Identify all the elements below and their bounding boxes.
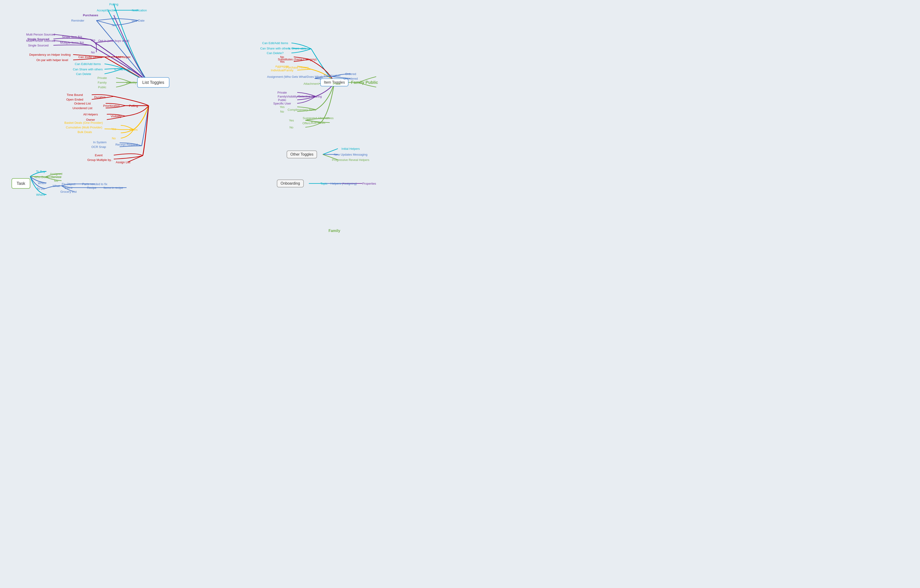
can-edit-items-label: Can Edit/Add Items xyxy=(75,62,101,66)
properties-label: Properties xyxy=(362,182,376,185)
visibility-label: Visibility xyxy=(126,81,137,84)
purchases-label: Purchases xyxy=(83,13,98,17)
dependency-label: Dependency on Helper Inviting xyxy=(29,53,71,57)
topic-label: Topic xyxy=(321,182,327,185)
no-optin-label: No xyxy=(91,51,95,54)
ocr-snap-label: OCR Snap xyxy=(91,145,106,149)
task-hub: Task xyxy=(11,178,30,189)
in-system-label: In System xyxy=(93,141,107,144)
assign-list-label: Assign List xyxy=(116,160,131,164)
due-date-label: Due Date xyxy=(132,19,145,22)
single-sourced-label2: Single Sourced xyxy=(28,44,49,47)
it-no-offers-label: No xyxy=(290,126,293,129)
on-par-label: On par with helper level xyxy=(36,58,68,62)
unordered-list-label: Unordered List xyxy=(73,106,92,110)
basket-deals-label: Basket Deals (One Provider) xyxy=(64,121,103,125)
cumulative-label: Cumulative (Multi Provider) xyxy=(66,126,102,129)
offers-label: Offers xyxy=(130,128,138,131)
ordered-list-label: Ordered List xyxy=(74,102,91,105)
no-offers-label: No xyxy=(112,136,116,140)
duration-label: Duration xyxy=(94,96,105,99)
yes-offers-label: Yes xyxy=(111,127,116,131)
it-prioritization-label: Prioritization xyxy=(324,74,340,77)
it-assignment-label: Assignment (Who Gets What/Does What) xyxy=(267,75,323,78)
polling-bottom-label: Polling xyxy=(129,104,138,107)
can-invite-label: Can Invite Others xyxy=(78,55,102,59)
it-ordered-label: Ordered xyxy=(345,72,356,76)
it-purchase-history-label: Purchase History xyxy=(286,66,309,69)
public-vis-label: Public xyxy=(98,86,106,89)
it-can-edit-label: Can Edit/Add Items xyxy=(262,41,288,45)
it-specific-user-label: Specific User xyxy=(273,102,291,105)
add-helper-label: Add Helper xyxy=(115,55,131,59)
notification-label: Notification xyxy=(132,8,147,12)
can-delete-label: Can Delete xyxy=(76,72,91,76)
bulk-deals-label: Bulk Deals xyxy=(78,130,92,134)
it-private-label: Private xyxy=(277,91,287,94)
it-no-comp-label: No xyxy=(280,110,284,113)
receipt-request-label: Receipt Request xyxy=(115,143,138,146)
helpers-assigning-label: Helpers (Assigning) xyxy=(330,182,357,185)
it-public-label: Public xyxy=(278,98,286,102)
it-family-label: Family xyxy=(278,95,287,98)
other-toggles-hub: Other Toggles xyxy=(287,151,317,159)
it-suggested-label: Suggested Alternatives xyxy=(303,117,334,120)
onboarding-hub: Onboarding xyxy=(277,180,304,188)
grocery-list-label: Grocery List xyxy=(60,190,77,193)
it-can-delete-label: Can Delete? xyxy=(267,51,283,55)
visibility-polling-label: Visibility xyxy=(111,115,121,118)
yes-optin-label: Yes xyxy=(90,38,95,42)
family-left-label: Family xyxy=(329,229,340,233)
me-label: Me xyxy=(54,179,58,183)
what-label: What xyxy=(53,184,60,188)
list-toggles-hub: List Toggles xyxy=(137,77,170,88)
polling-label: Polling xyxy=(109,3,118,6)
it-vis-sharing-label: Visibility/Selective Sharing xyxy=(287,95,322,98)
it-can-share-label: Can Share with others xyxy=(260,47,290,50)
when-label: When xyxy=(38,181,46,185)
items-in-recipe-label: Items in recipe xyxy=(104,186,123,190)
assigned-label: Assigned xyxy=(50,172,62,176)
service-label: Service xyxy=(51,175,61,179)
it-bulk-label: Bulk Deals xyxy=(311,121,325,125)
multi-person-label2: Multi Person Sourced xyxy=(26,39,55,42)
is-shareable-label: Is Share-able xyxy=(114,68,132,71)
initial-helpers-label: Initial Helpers xyxy=(342,147,360,151)
reminder-label: Reminder xyxy=(71,19,84,22)
it-is-shareable-label: Is Share-able xyxy=(288,47,306,50)
to-do-label: To Do xyxy=(37,187,45,190)
group-multiple-label: Group Multiple by.. xyxy=(87,158,112,162)
family-vis-label: Family xyxy=(98,81,107,84)
progressive-reveal-label: Progressive Reveal Helpers xyxy=(332,158,369,162)
multiple-items-hash-label: Multiple Items $/# xyxy=(60,41,84,44)
event-label: Event xyxy=(95,154,102,157)
optin-label: Opt-in (who buys what) xyxy=(98,39,130,42)
time-bound-label: Time Bound xyxy=(66,93,83,97)
can-share-label: Can Share with others xyxy=(73,68,103,71)
yes-reminder-label: Yes xyxy=(111,17,116,20)
event-task-label: Event xyxy=(65,186,72,190)
it-family-pub-label: Family Public xyxy=(351,80,378,85)
where-label: Where xyxy=(36,193,45,196)
prioritization-polling-label: Prioritization xyxy=(103,104,120,107)
open-ended-label: Open Ended xyxy=(66,98,83,101)
who-does-label: Who Does xyxy=(34,175,49,179)
recipe-label: Recipe xyxy=(87,186,96,190)
it-substitutes-label: Substitutes (Same Category) xyxy=(278,58,317,61)
single-item-label1: Multi Person Sourced xyxy=(26,33,55,36)
it-offers-label: Offers xyxy=(302,121,311,125)
it-unordered-label: Unordered xyxy=(343,77,358,80)
to-buy-label: To Buy xyxy=(36,170,45,173)
it-yes-offers-label: Yes xyxy=(289,119,294,122)
it-yes-comp-label: Yes xyxy=(280,105,285,109)
it-complimentary-label: Complimentary Items xyxy=(288,108,316,112)
parts-needed-label: Parts needed to fix xyxy=(82,182,107,186)
it-photo-label: Photo xyxy=(333,82,341,86)
no-reminder-label: No xyxy=(112,23,116,27)
accept-decline-label: Accept/Decline xyxy=(97,8,117,12)
private-vis-label: Private xyxy=(97,76,107,79)
fix-object-label: Fix Object xyxy=(62,182,76,186)
all-helpers-label: All Helpers xyxy=(83,113,98,116)
single-item-hash-label: Single Item $/# xyxy=(62,35,82,39)
new-updates-label: New Updates Messaging xyxy=(334,153,368,156)
